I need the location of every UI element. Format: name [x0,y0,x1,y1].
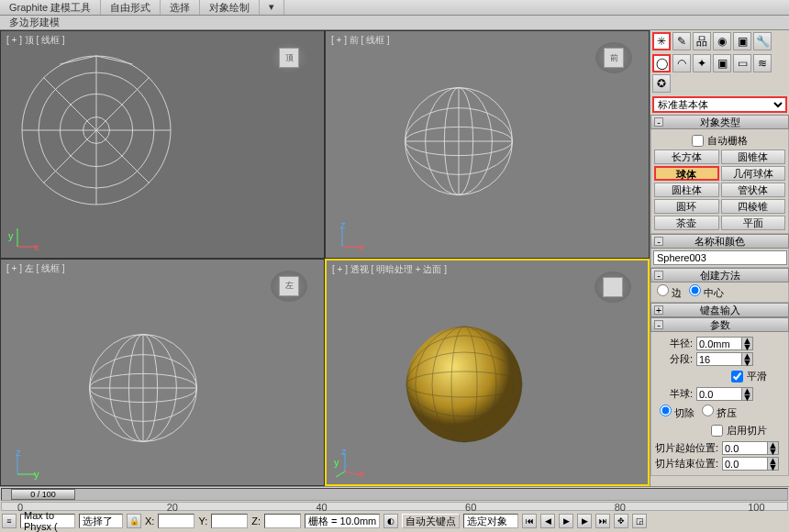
svg-line-8 [96,56,133,64]
menu-item[interactable]: 选择 [161,0,200,15]
spinner-arrows[interactable]: ▲▼ [742,387,753,401]
obj-cone-button[interactable]: 圆锥体 [721,150,786,164]
shapes-icon[interactable]: ◠ [672,54,691,72]
helpers-icon[interactable]: ▭ [733,54,751,72]
rollout-create-method[interactable]: -创建方法 [650,268,789,283]
rollout-keyboard-entry[interactable]: +键盘输入 [650,303,789,317]
viewport-label[interactable]: [ + ] 顶 [ 线框 ] [6,34,65,47]
autogrid-checkbox[interactable] [692,135,704,147]
goto-start-icon[interactable]: ⏮ [522,514,537,528]
prev-frame-icon[interactable]: ◀ [540,514,555,528]
obj-pyramid-button[interactable]: 四棱锥 [721,199,786,214]
time-ruler[interactable]: 020406080100 [1,502,788,511]
geometry-icon[interactable]: ◯ [652,54,671,72]
spinner-arrows[interactable]: ▲▼ [742,337,753,350]
viewcube[interactable] [595,272,631,303]
viewport-front[interactable]: [ + ] 前 [ 线框 ] 前 xz [325,30,650,259]
dropdown-icon[interactable]: ▾ [260,0,284,15]
x-input[interactable] [158,514,194,528]
viewcube[interactable]: 顶 [271,42,307,73]
slice-from-input[interactable] [722,441,768,455]
modify-tab-icon[interactable]: ✎ [672,32,691,50]
viewport-area: [ + ] 顶 [ 线框 ] 顶 xy [ + ] 前 [ 线框 ] 前 xz [0,30,650,486]
nav-icon[interactable]: ◲ [632,514,647,528]
obj-box-button[interactable]: 长方体 [654,150,719,164]
space-warps-icon[interactable]: ≋ [753,54,772,72]
selected-obj-combo[interactable]: 选定对象 [463,514,518,528]
wireframe-sphere-icon [83,328,203,448]
wireframe-sphere-icon [399,82,518,201]
viewport-perspective[interactable]: [ + ] 透视 [ 明暗处理 + 边面 ] xzy [325,259,650,487]
command-panel: ✳ ✎ 品 ◉ ▣ 🔧 ◯ ◠ ✦ ▣ ▭ ≋ ✪ 标准基本体 -对象类型 自动… [650,30,789,486]
viewport-label[interactable]: [ + ] 透视 [ 明暗处理 + 边面 ] [332,263,447,276]
display-tab-icon[interactable]: ▣ [733,32,751,50]
object-name-input[interactable] [653,250,787,265]
main-menu: Graphite 建模工具 自由形式 选择 对象绘制 ▾ [0,0,789,16]
menu-item[interactable]: Graphite 建模工具 [0,0,101,15]
nav-icon[interactable]: ✥ [614,514,628,528]
goto-end-icon[interactable]: ⏭ [595,514,610,528]
create-category-row: ◯ ◠ ✦ ▣ ▭ ≋ ✪ [650,52,789,94]
obj-geosphere-button[interactable]: 几何球体 [721,166,786,181]
systems-icon[interactable]: ✪ [652,74,671,93]
shaded-sphere-icon [400,320,528,449]
radio-center[interactable]: 中心 [689,284,724,300]
obj-plane-button[interactable]: 平面 [721,216,786,230]
slice-to-input[interactable] [722,457,768,471]
obj-torus-button[interactable]: 圆环 [654,199,719,214]
object-type-grid: 长方体 圆锥体 球体 几何球体 圆柱体 管状体 圆环 四棱锥 茶壶 平面 [654,150,785,230]
enable-slice-checkbox[interactable] [711,425,723,437]
viewcube[interactable]: 前 [595,42,632,73]
y-input[interactable] [211,514,248,528]
obj-tube-button[interactable]: 管状体 [721,183,786,197]
grid-readout: 栅格 = 10.0mm [305,514,380,528]
menu-item[interactable]: 自由形式 [101,0,161,15]
utilities-tab-icon[interactable]: 🔧 [753,32,772,50]
subclass-select[interactable]: 标准基本体 [652,96,787,113]
rollout-object-type[interactable]: -对象类型 [650,115,789,129]
status-bar: 0 / 100 020406080100 ≡ Max to Physx ( 选择… [0,486,789,532]
hierarchy-tab-icon[interactable]: 品 [693,32,711,50]
obj-sphere-button[interactable]: 球体 [654,166,719,181]
motion-tab-icon[interactable]: ◉ [713,32,731,50]
obj-cylinder-button[interactable]: 圆柱体 [654,183,719,197]
hemisphere-input[interactable] [696,387,742,401]
ribbon-tab[interactable]: 多边形建模 [2,16,67,29]
menu-item[interactable]: 对象绘制 [200,0,260,15]
z-input[interactable] [264,514,301,528]
svg-line-39 [336,471,345,477]
svg-point-30 [406,327,522,442]
radio-chop[interactable]: 切除 [660,405,695,420]
create-tab-icon[interactable]: ✳ [652,32,671,50]
script-button[interactable]: ≡ [2,514,17,528]
viewport-top[interactable]: [ + ] 顶 [ 线框 ] 顶 xy [0,30,325,259]
cameras-icon[interactable]: ▣ [713,54,731,72]
toggle-button[interactable]: ◐ [383,514,398,528]
radio-squash[interactable]: 挤压 [702,405,737,420]
svg-line-9 [60,56,96,64]
segments-input[interactable] [696,352,742,366]
viewport-left[interactable]: [ + ] 左 [ 线框 ] 左 yz [0,259,325,487]
obj-teapot-button[interactable]: 茶壶 [654,216,719,230]
lights-icon[interactable]: ✦ [693,54,711,72]
autokey-button[interactable]: 自动关键点 [402,514,460,528]
subclass-dropdown[interactable]: 标准基本体 [652,96,787,113]
maxscript-label: Max to Physx ( [20,514,75,528]
ribbon-bar: 多边形建模 [0,16,789,30]
viewcube[interactable]: 左 [271,271,307,302]
time-slider[interactable]: 0 / 100 [1,488,788,501]
viewport-label[interactable]: [ + ] 前 [ 线框 ] [331,34,390,47]
smooth-checkbox[interactable] [731,371,743,382]
rollout-parameters[interactable]: -参数 [650,317,789,332]
radio-edge[interactable]: 边 [657,284,682,300]
rollout-name-color[interactable]: -名称和颜色 [650,234,789,249]
next-frame-icon[interactable]: ▶ [577,514,592,528]
play-icon[interactable]: ▶ [559,514,573,528]
spinner-arrows[interactable]: ▲▼ [742,352,753,366]
viewport-label[interactable]: [ + ] 左 [ 线框 ] [6,262,65,275]
panel-tabs-row1: ✳ ✎ 品 ◉ ▣ 🔧 [650,30,789,52]
time-knob[interactable]: 0 / 100 [11,489,75,500]
selection-status: 选择了 [79,514,123,528]
lock-icon[interactable]: 🔒 [127,514,141,528]
radius-input[interactable] [696,337,742,350]
